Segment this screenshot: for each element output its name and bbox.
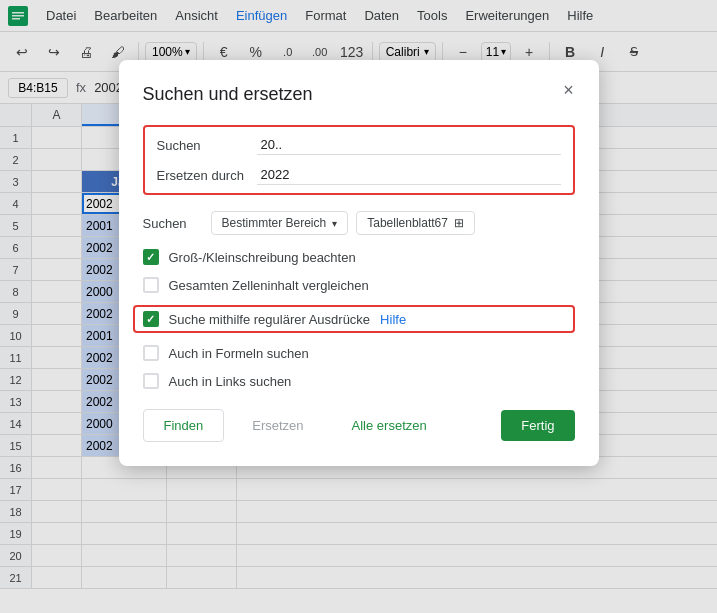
replace-button: Ersetzen bbox=[232, 410, 323, 441]
done-button[interactable]: Fertig bbox=[501, 410, 574, 441]
scope-dropdown[interactable]: Bestimmter Bereich ▾ bbox=[211, 211, 349, 235]
checkbox-formulas[interactable] bbox=[143, 345, 159, 361]
replace-input[interactable] bbox=[257, 165, 561, 185]
checkboxes-container: Groß-/Kleinschreibung beachtenGesamten Z… bbox=[143, 249, 575, 389]
checkbox-row-regex: Suche mithilfe regulärer AusdrückeHilfe bbox=[133, 305, 575, 333]
checkbox-row-formulas: Auch in Formeln suchen bbox=[143, 345, 575, 361]
scope-chevron-icon: ▾ bbox=[332, 218, 337, 229]
checkbox-label-formulas: Auch in Formeln suchen bbox=[169, 346, 309, 361]
search-label: Suchen bbox=[157, 138, 257, 153]
scope-selected: Bestimmter Bereich bbox=[222, 216, 327, 230]
checkbox-row-links: Auch in Links suchen bbox=[143, 373, 575, 389]
help-link-regex[interactable]: Hilfe bbox=[380, 312, 406, 327]
find-replace-dialog: Suchen und ersetzen × Suchen Ersetzen du… bbox=[119, 60, 599, 466]
sheet-name: Tabellenblatt67 bbox=[367, 216, 448, 230]
search-scope-row: Suchen Bestimmter Bereich ▾ Tabellenblat… bbox=[143, 211, 575, 235]
dialog-close-button[interactable]: × bbox=[555, 76, 583, 104]
replace-field-row: Ersetzen durch bbox=[157, 165, 561, 185]
checkbox-row-entire: Gesamten Zelleninhalt vergleichen bbox=[143, 277, 575, 293]
checkbox-case[interactable] bbox=[143, 249, 159, 265]
replace-label: Ersetzen durch bbox=[157, 168, 257, 183]
dialog-overlay: Suchen und ersetzen × Suchen Ersetzen du… bbox=[0, 0, 717, 613]
replace-all-button[interactable]: Alle ersetzen bbox=[332, 410, 447, 441]
dialog-footer: Finden Ersetzen Alle ersetzen Fertig bbox=[143, 409, 575, 442]
search-replace-section: Suchen Ersetzen durch bbox=[143, 125, 575, 195]
checkbox-label-regex: Suche mithilfe regulärer Ausdrücke bbox=[169, 312, 371, 327]
dialog-title: Suchen und ersetzen bbox=[143, 84, 575, 105]
checkbox-entire[interactable] bbox=[143, 277, 159, 293]
checkbox-regex[interactable] bbox=[143, 311, 159, 327]
checkbox-row-case: Groß-/Kleinschreibung beachten bbox=[143, 249, 575, 265]
sheet-selector[interactable]: Tabellenblatt67 ⊞ bbox=[356, 211, 475, 235]
checkbox-label-case: Groß-/Kleinschreibung beachten bbox=[169, 250, 356, 265]
search-field-row: Suchen bbox=[157, 135, 561, 155]
checkbox-label-links: Auch in Links suchen bbox=[169, 374, 292, 389]
search-scope-label: Suchen bbox=[143, 216, 203, 231]
sheet-grid-icon: ⊞ bbox=[454, 216, 464, 230]
checkbox-links[interactable] bbox=[143, 373, 159, 389]
checkbox-label-entire: Gesamten Zelleninhalt vergleichen bbox=[169, 278, 369, 293]
search-input[interactable] bbox=[257, 135, 561, 155]
find-button[interactable]: Finden bbox=[143, 409, 225, 442]
